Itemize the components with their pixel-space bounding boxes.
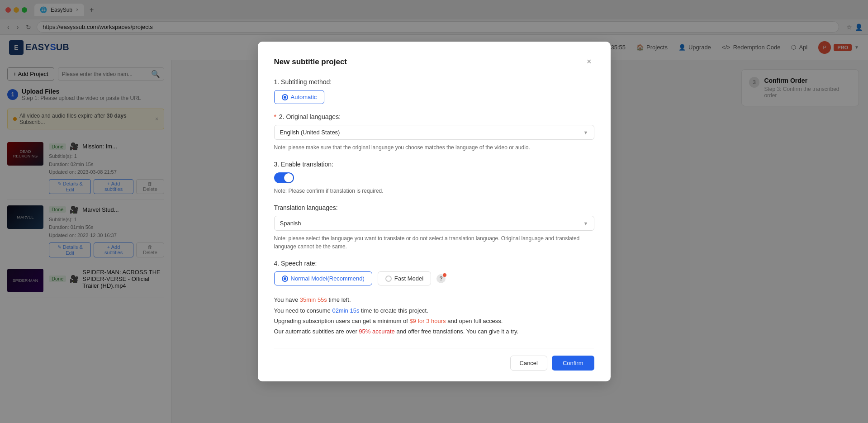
time-consume: 02min 15s (332, 307, 359, 314)
radio-dot-inner (284, 96, 286, 99)
normal-model-label: Normal Model(Recommend) (291, 275, 365, 282)
normal-model-button[interactable]: Normal Model(Recommend) (274, 271, 372, 285)
original-language-label: * 2. Original languages: (274, 113, 594, 120)
modal-header: New subtitle project × (274, 56, 594, 67)
modal-close-button[interactable]: × (584, 56, 594, 67)
original-language-dropdown[interactable]: English (United States) ▼ (274, 125, 594, 140)
translation-toggle[interactable] (274, 172, 294, 183)
speech-rate-section: 4. Speech rate: Normal Model(Recommend) … (274, 260, 594, 285)
speech-rate-options: Normal Model(Recommend) Fast Model ? (274, 271, 594, 285)
modal-overlay[interactable]: New subtitle project × 1. Subtitling met… (0, 0, 868, 423)
toggle-note: Note: Please confirm if translation is r… (274, 187, 594, 195)
speech-rate-label: 4. Speech rate: (274, 260, 594, 267)
radio-dot-automatic (282, 94, 288, 100)
confirm-button[interactable]: Confirm (552, 356, 594, 371)
translation-language-section: Translation languages: Spanish ▼ Note: p… (274, 204, 594, 251)
original-language-value: English (United States) (280, 129, 340, 136)
translation-language-note: Note: please select the language you wan… (274, 234, 594, 251)
fast-model-button[interactable]: Fast Model (378, 271, 431, 285)
enable-translation-label: 3. Enable translation: (274, 161, 594, 168)
time-info-line3: Upgrading subscription users can get a m… (274, 316, 594, 326)
translation-language-label: Translation languages: (274, 204, 594, 211)
time-remaining: 35min 55s (300, 296, 327, 303)
help-icon[interactable]: ? (436, 274, 446, 283)
radio-dot-fast (385, 276, 392, 282)
required-asterisk: * (274, 113, 276, 120)
chevron-down-icon: ▼ (583, 130, 588, 135)
time-info: You have 35min 55s time left. You need t… (274, 295, 594, 337)
red-dot (443, 273, 446, 277)
accuracy: 95% accurate (359, 328, 395, 335)
time-info-line4: Our automatic subtitles are over 95% acc… (274, 326, 594, 337)
original-language-section: * 2. Original languages: English (United… (274, 113, 594, 152)
upgrade-price: $9 for 3 hours (409, 318, 446, 324)
modal-footer: Cancel Confirm (274, 348, 594, 371)
automatic-label: Automatic (291, 94, 317, 100)
modal-title: New subtitle project (274, 57, 347, 67)
enable-translation-section: 3. Enable translation: Note: Please conf… (274, 161, 594, 195)
cancel-button[interactable]: Cancel (510, 356, 547, 371)
new-subtitle-modal: New subtitle project × 1. Subtitling met… (258, 42, 611, 381)
toggle-knob (284, 173, 293, 182)
automatic-radio-button[interactable]: Automatic (274, 90, 325, 104)
radio-dot-normal (282, 276, 288, 282)
chevron-down-icon: ▼ (583, 221, 588, 226)
fast-model-label: Fast Model (394, 275, 423, 282)
radio-dot-inner (284, 277, 286, 280)
time-info-line2: You need to consume 02min 15s time to cr… (274, 305, 594, 316)
translation-language-value: Spanish (280, 220, 301, 227)
translation-language-dropdown[interactable]: Spanish ▼ (274, 216, 594, 231)
subtitling-method-section: 1. Subtitling method: Automatic (274, 78, 594, 104)
time-info-line1: You have 35min 55s time left. (274, 295, 594, 305)
toggle-container (274, 172, 594, 183)
original-language-note: Note: please make sure that the original… (274, 143, 594, 152)
subtitling-method-label: 1. Subtitling method: (274, 78, 594, 86)
